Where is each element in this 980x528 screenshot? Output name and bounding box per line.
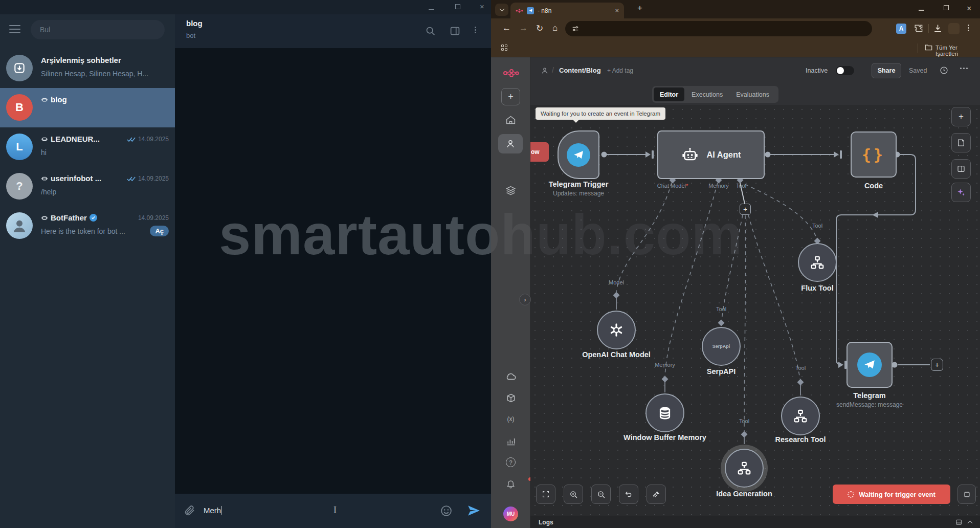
sidebar-item-insights[interactable] bbox=[491, 436, 530, 446]
extensions-icon[interactable] bbox=[914, 24, 923, 33]
sidebar-item-overview[interactable] bbox=[491, 115, 530, 125]
tab-editor[interactable]: Editor bbox=[654, 87, 684, 101]
kebab-menu-icon[interactable] bbox=[475, 26, 476, 34]
add-workflow-button[interactable]: + bbox=[501, 88, 520, 105]
ai-assistant-button[interactable] bbox=[951, 183, 971, 202]
back-icon[interactable]: ← bbox=[502, 23, 511, 33]
port-label: Memory bbox=[655, 362, 675, 368]
chat-row-blog[interactable]: B blog bbox=[0, 88, 175, 127]
add-tag-button[interactable]: + Add tag bbox=[607, 67, 633, 74]
attach-icon[interactable] bbox=[184, 504, 196, 517]
node-window-buffer-memory[interactable] bbox=[645, 393, 684, 432]
chat-row-userinfobot[interactable]: ? userinfobot ... 14.09.2025 /help bbox=[0, 167, 175, 206]
chat-header[interactable]: blog bot bbox=[175, 14, 491, 48]
logs-panel-header[interactable]: Logs bbox=[530, 516, 980, 528]
fit-view-button[interactable] bbox=[536, 485, 555, 504]
maximize-icon[interactable] bbox=[944, 5, 949, 10]
undo-icon bbox=[625, 490, 633, 498]
tab-executions[interactable]: Executions bbox=[685, 87, 729, 101]
plus-icon: + bbox=[959, 112, 964, 122]
add-node-endpoint[interactable]: + bbox=[931, 359, 943, 371]
sidebar-item-personal[interactable] bbox=[498, 134, 523, 153]
node-telegram-send[interactable] bbox=[847, 342, 893, 388]
apps-grid-icon[interactable] bbox=[501, 45, 507, 51]
chat-row-leadneur[interactable]: L LEADNEUR... 14.09.2025 hi bbox=[0, 127, 175, 167]
node-serpapi[interactable]: SerpApi bbox=[702, 327, 741, 366]
sidebar-item-layers[interactable] bbox=[491, 185, 530, 196]
translate-icon[interactable]: A bbox=[896, 24, 906, 34]
search-input[interactable] bbox=[31, 20, 165, 39]
tab-evaluations[interactable]: Evaluations bbox=[730, 87, 775, 101]
port-tool[interactable]: Tool bbox=[718, 183, 764, 189]
chat-row-archived[interactable]: Arşivlenmiş sohbetler Silinen Hesap, Sil… bbox=[0, 49, 175, 88]
zoom-out-button[interactable] bbox=[591, 485, 611, 504]
open-badge[interactable]: Aç bbox=[150, 226, 169, 236]
telegram-window: × Arşivlenmiş sohbetler Silinen Hesap, S… bbox=[0, 0, 491, 528]
sidebar-item-cloud[interactable] bbox=[491, 371, 530, 381]
active-toggle[interactable] bbox=[836, 66, 854, 75]
toggle-panel-button[interactable] bbox=[951, 159, 971, 179]
waiting-for-trigger-button[interactable]: Waiting for trigger event bbox=[833, 485, 950, 504]
maximize-icon[interactable] bbox=[455, 4, 460, 9]
node-flux-tool[interactable] bbox=[798, 243, 837, 282]
zoom-in-button[interactable] bbox=[564, 485, 583, 504]
profile-avatar[interactable] bbox=[948, 23, 960, 34]
node-ai-agent[interactable]: AI Agent bbox=[657, 130, 765, 179]
node-openai-chat-model[interactable] bbox=[597, 311, 636, 349]
n8n-logo-icon[interactable] bbox=[491, 69, 530, 78]
chevron-up-icon[interactable] bbox=[968, 520, 973, 525]
sidebar-item-templates[interactable] bbox=[491, 393, 530, 403]
send-icon[interactable] bbox=[466, 504, 481, 517]
open-panel-icon[interactable] bbox=[955, 519, 962, 525]
address-bar[interactable] bbox=[565, 21, 872, 36]
add-tool-button[interactable]: + bbox=[740, 204, 751, 215]
minimize-icon[interactable] bbox=[429, 7, 434, 10]
share-button[interactable]: Share bbox=[872, 63, 901, 78]
add-sticky-button[interactable] bbox=[951, 133, 971, 152]
forward-icon[interactable]: → bbox=[519, 23, 528, 33]
browser-tab[interactable]: - n8n × bbox=[510, 3, 624, 18]
browser-menu-icon[interactable] bbox=[968, 24, 969, 32]
sidebar-item-variables[interactable]: (x) bbox=[491, 415, 530, 423]
minimize-icon[interactable] bbox=[919, 7, 924, 11]
header-menu-icon[interactable] bbox=[960, 68, 968, 69]
message-input[interactable]: Merh bbox=[204, 506, 221, 515]
hamburger-menu-icon[interactable] bbox=[9, 25, 20, 36]
zoom-out-icon bbox=[597, 490, 606, 499]
port-chat-model[interactable]: Chat Model* bbox=[650, 183, 696, 189]
node-code[interactable]: {} bbox=[851, 131, 897, 178]
chat-message-area[interactable] bbox=[175, 48, 491, 494]
tidy-up-button[interactable] bbox=[647, 485, 666, 504]
node-telegram-trigger[interactable] bbox=[558, 130, 599, 179]
download-icon[interactable] bbox=[933, 24, 943, 33]
telegram-titlebar[interactable]: × bbox=[0, 0, 491, 14]
all-bookmarks-label[interactable]: Tüm Yer İşaretleri bbox=[936, 45, 980, 57]
new-tab-icon[interactable]: + bbox=[637, 3, 642, 13]
sidebar-collapse-handle[interactable]: › bbox=[519, 294, 531, 305]
history-icon[interactable] bbox=[940, 66, 948, 75]
search-icon[interactable] bbox=[425, 26, 436, 36]
stop-button[interactable] bbox=[957, 485, 976, 504]
reload-icon[interactable]: ↻ bbox=[536, 23, 543, 34]
tab-close-icon[interactable]: × bbox=[615, 7, 619, 14]
broom-icon bbox=[652, 490, 660, 498]
user-avatar[interactable]: MU bbox=[503, 507, 518, 521]
undo-button[interactable] bbox=[619, 485, 638, 504]
tab-search-button[interactable] bbox=[495, 4, 508, 16]
home-icon[interactable]: ⌂ bbox=[552, 23, 558, 33]
node-idea-generation[interactable] bbox=[725, 449, 764, 488]
sidebar-toggle-icon[interactable] bbox=[450, 26, 460, 36]
node-title: Code bbox=[828, 182, 920, 190]
close-icon[interactable]: × bbox=[967, 4, 971, 13]
partial-red-button[interactable]: ow bbox=[530, 142, 549, 162]
close-icon[interactable]: × bbox=[480, 4, 484, 10]
bookmarks-bar: Tüm Yer İşaretleri bbox=[491, 39, 980, 57]
node-research-tool[interactable] bbox=[781, 397, 820, 435]
workflow-canvas[interactable]: Waiting for you to create an event in Te… bbox=[530, 105, 980, 516]
sidebar-item-help[interactable]: ? bbox=[491, 457, 530, 467]
add-node-button[interactable]: + bbox=[951, 107, 971, 126]
emoji-icon[interactable] bbox=[440, 504, 453, 517]
sidebar-item-notifications[interactable] bbox=[491, 479, 530, 489]
workflow-name[interactable]: Content/Blog bbox=[559, 67, 601, 74]
chat-row-botfather[interactable]: BotFather 14.09.2025 Here is the token f… bbox=[0, 206, 175, 246]
